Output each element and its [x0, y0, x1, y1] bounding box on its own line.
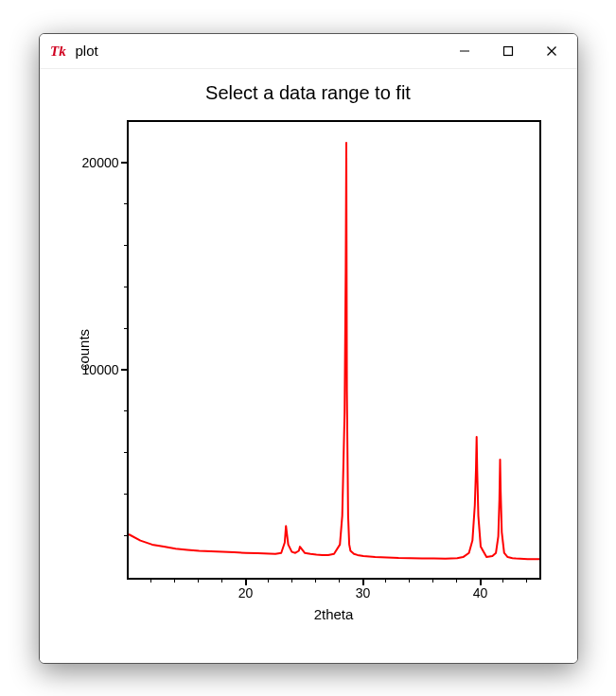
y-tick-minor — [124, 245, 129, 246]
x-tick-minor — [385, 578, 386, 583]
y-tick-minor — [124, 287, 129, 287]
app-window: Tk plot Select a data range to fit count… — [39, 33, 578, 664]
svg-text:Tk: Tk — [50, 44, 66, 59]
x-tick-minor — [456, 578, 457, 583]
y-tick-minor — [124, 410, 129, 411]
y-tick-minor — [124, 452, 129, 453]
axes[interactable]: counts 2theta 1000020000203040 — [127, 120, 541, 580]
x-tick-minor — [339, 578, 340, 583]
x-tick-label: 30 — [356, 585, 371, 600]
minimize-button[interactable] — [443, 36, 486, 66]
chart-title: Select a data range to fit — [40, 82, 577, 104]
x-tick-minor — [315, 578, 316, 583]
x-tick-label: 20 — [238, 585, 254, 600]
x-tick-minor — [150, 578, 151, 583]
close-button[interactable] — [530, 36, 573, 66]
x-tick-minor — [432, 578, 433, 583]
window-title: plot — [76, 43, 98, 59]
x-tick — [480, 578, 482, 585]
x-tick-minor — [291, 578, 292, 583]
y-tick-label: 10000 — [82, 362, 119, 377]
x-tick-minor — [409, 578, 410, 583]
plot-canvas[interactable]: Select a data range to fit counts 2theta… — [40, 69, 577, 663]
x-tick-label: 40 — [473, 585, 488, 600]
y-tick-minor — [124, 328, 129, 329]
x-tick — [245, 578, 247, 585]
y-tick — [121, 162, 129, 164]
tk-icon: Tk — [49, 41, 70, 61]
y-tick-minor — [124, 203, 129, 204]
x-tick-minor — [502, 578, 503, 583]
x-tick-minor — [174, 578, 175, 583]
x-axis-label: 2theta — [314, 606, 354, 622]
data-line — [129, 122, 539, 578]
y-tick-minor — [124, 494, 129, 495]
y-tick — [121, 369, 129, 371]
x-tick — [362, 578, 364, 585]
x-tick-minor — [221, 578, 222, 583]
svg-rect-2 — [503, 46, 512, 55]
y-tick-label: 20000 — [82, 155, 119, 170]
x-tick-minor — [526, 578, 527, 583]
titlebar: Tk plot — [40, 34, 577, 69]
maximize-button[interactable] — [486, 36, 530, 66]
y-tick-minor — [124, 535, 129, 536]
x-tick-minor — [268, 578, 269, 583]
x-tick-minor — [198, 578, 199, 583]
